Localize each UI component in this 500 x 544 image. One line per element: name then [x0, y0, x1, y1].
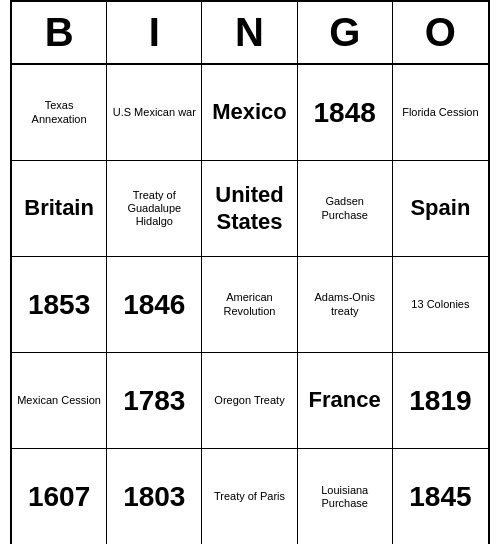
bingo-cell-0: Texas Annexation: [12, 65, 107, 161]
bingo-cell-16: 1783: [107, 353, 202, 449]
cell-text-18: France: [309, 387, 381, 413]
header-letter-n: N: [202, 2, 297, 63]
bingo-cell-21: 1803: [107, 449, 202, 544]
bingo-cell-20: 1607: [12, 449, 107, 544]
header-letter-g: G: [298, 2, 393, 63]
bingo-cell-3: 1848: [298, 65, 393, 161]
cell-text-10: 1853: [28, 288, 90, 322]
bingo-cell-7: United States: [202, 161, 297, 257]
bingo-cell-23: Louisiana Purchase: [298, 449, 393, 544]
bingo-cell-12: American Revolution: [202, 257, 297, 353]
cell-text-12: American Revolution: [206, 291, 292, 317]
cell-text-15: Mexican Cession: [17, 394, 101, 407]
cell-text-22: Treaty of Paris: [214, 490, 285, 503]
bingo-cell-13: Adams-Onis treaty: [298, 257, 393, 353]
cell-text-11: 1846: [123, 288, 185, 322]
cell-text-8: Gadsen Purchase: [302, 195, 388, 221]
header-letter-b: B: [12, 2, 107, 63]
bingo-cell-15: Mexican Cession: [12, 353, 107, 449]
bingo-cell-9: Spain: [393, 161, 488, 257]
cell-text-4: Florida Cession: [402, 106, 478, 119]
cell-text-21: 1803: [123, 480, 185, 514]
bingo-cell-4: Florida Cession: [393, 65, 488, 161]
bingo-header: BINGO: [12, 2, 488, 65]
bingo-cell-6: Treaty of Guadalupe Hidalgo: [107, 161, 202, 257]
cell-text-9: Spain: [410, 195, 470, 221]
bingo-grid: Texas AnnexationU.S Mexican warMexico184…: [12, 65, 488, 544]
cell-text-2: Mexico: [212, 99, 287, 125]
bingo-cell-17: Oregon Treaty: [202, 353, 297, 449]
header-letter-o: O: [393, 2, 488, 63]
bingo-cell-10: 1853: [12, 257, 107, 353]
cell-text-0: Texas Annexation: [16, 99, 102, 125]
cell-text-20: 1607: [28, 480, 90, 514]
bingo-cell-24: 1845: [393, 449, 488, 544]
cell-text-6: Treaty of Guadalupe Hidalgo: [111, 189, 197, 229]
cell-text-5: Britain: [24, 195, 94, 221]
cell-text-24: 1845: [409, 480, 471, 514]
cell-text-19: 1819: [409, 384, 471, 418]
cell-text-16: 1783: [123, 384, 185, 418]
bingo-card: BINGO Texas AnnexationU.S Mexican warMex…: [10, 0, 490, 544]
bingo-cell-8: Gadsen Purchase: [298, 161, 393, 257]
bingo-cell-19: 1819: [393, 353, 488, 449]
cell-text-13: Adams-Onis treaty: [302, 291, 388, 317]
cell-text-17: Oregon Treaty: [214, 394, 284, 407]
bingo-cell-11: 1846: [107, 257, 202, 353]
cell-text-23: Louisiana Purchase: [302, 484, 388, 510]
cell-text-1: U.S Mexican war: [113, 106, 196, 119]
bingo-cell-22: Treaty of Paris: [202, 449, 297, 544]
bingo-cell-14: 13 Colonies: [393, 257, 488, 353]
header-letter-i: I: [107, 2, 202, 63]
bingo-cell-2: Mexico: [202, 65, 297, 161]
cell-text-7: United States: [206, 182, 292, 235]
cell-text-3: 1848: [314, 96, 376, 130]
bingo-cell-5: Britain: [12, 161, 107, 257]
bingo-cell-18: France: [298, 353, 393, 449]
bingo-cell-1: U.S Mexican war: [107, 65, 202, 161]
cell-text-14: 13 Colonies: [411, 298, 469, 311]
